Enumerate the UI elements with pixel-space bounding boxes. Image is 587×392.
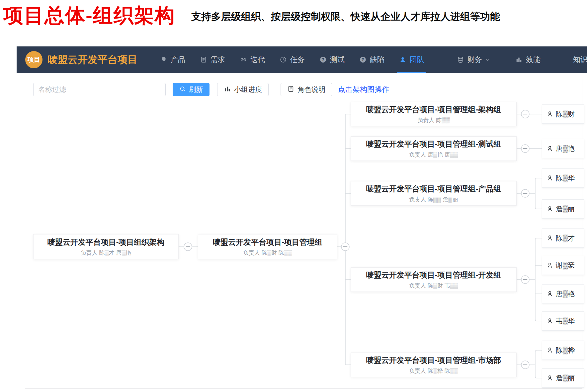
org-node-title: 唛盟云开发平台项目-项目管理组-产品组: [366, 184, 501, 194]
collapse-toggle[interactable]: [341, 243, 349, 251]
nav-item-label: 迭代: [250, 55, 265, 65]
member-card[interactable]: 詹▒丽: [542, 368, 584, 388]
top-navbar: 项目 唛盟云开发平台项目 产品需求迭代任务?测试?缺陷团队财务效能知识: [17, 46, 587, 73]
person-icon: [546, 291, 553, 297]
nav-item-label: 缺陷: [370, 55, 384, 65]
nav-item-label: 测试: [330, 55, 345, 65]
person-icon: [546, 145, 553, 152]
org-node-leader: 负责人 陈▒财 陈▒▒: [243, 249, 292, 257]
svg-text:?: ?: [322, 57, 324, 62]
org-node-group[interactable]: 唛盟云开发平台项目-项目管理组-开发组负责人 陈▒财 韦▒▒: [351, 267, 517, 292]
org-node-leader: 负责人 陈▒▒ 詹▒丽: [409, 196, 458, 203]
group-progress-button[interactable]: 小组进度: [217, 83, 269, 96]
member-name: 陈▒财: [556, 109, 575, 119]
member-card[interactable]: 唐▒艳: [542, 284, 584, 303]
nav-menu: 产品需求迭代任务?测试?缺陷团队财务效能知识: [153, 46, 587, 73]
name-filter-input[interactable]: [33, 83, 166, 96]
page: 项目总体-组织架构 支持多层级组织、按层级控制权限、快速从企业人才库拉人进组等功…: [0, 0, 587, 392]
org-node-title: 唛盟云开发平台项目-项目管理组-架构组: [366, 104, 501, 115]
refresh-button[interactable]: 刷新: [173, 83, 210, 96]
person-icon: [546, 111, 553, 117]
member-card[interactable]: 韦▒华: [542, 311, 584, 331]
document-icon: [287, 85, 294, 94]
page-subtitle: 支持多层级组织、按层级控制权限、快速从企业人才库拉人进组等功能: [191, 10, 500, 29]
member-card[interactable]: 詹▒丽: [542, 199, 584, 219]
question-circle-icon: ?: [319, 56, 327, 63]
org-node-title: 唛盟云开发平台项目-项目管理组-市场部: [366, 355, 501, 365]
question-circle-icon: ?: [359, 56, 367, 63]
role-description-button-label: 角色说明: [297, 85, 325, 94]
member-name: 陈▒才: [556, 233, 575, 243]
member-card[interactable]: 陈▒才: [542, 229, 584, 248]
org-node-group[interactable]: 唛盟云开发平台项目-项目管理组-产品组负责人 陈▒▒ 詹▒丽: [351, 181, 517, 206]
person-icon: [546, 235, 553, 241]
org-node-leader: 负责人 陈▒桦 陈▒▒: [409, 367, 458, 375]
member-name: 陈▒桦: [556, 346, 575, 355]
role-description-button[interactable]: 角色说明: [281, 83, 332, 96]
toolbar: 刷新 小组进度 角色说明 点击架构图操作: [33, 83, 389, 96]
collapse-toggle[interactable]: [184, 243, 192, 251]
person-icon: [546, 318, 553, 324]
collapse-toggle[interactable]: [521, 110, 529, 118]
nav-item-defects[interactable]: ?缺陷: [352, 46, 392, 73]
org-node-leader: 负责人 陈▒▒: [418, 116, 450, 124]
clock-icon: [280, 56, 287, 63]
nav-item-iteration[interactable]: 迭代: [232, 46, 272, 73]
nav-item-team[interactable]: 团队: [392, 46, 432, 73]
person-icon: [399, 56, 406, 63]
svg-text:?: ?: [362, 57, 364, 62]
org-node-title: 唛盟云开发平台项目-项目管理组: [213, 237, 322, 247]
org-node-leader: 负责人 陈▒财 韦▒▒: [409, 282, 458, 290]
org-node-group[interactable]: 唛盟云开发平台项目-项目管理组-测试组负责人 唐▒艳 唐▒▒: [351, 136, 517, 161]
collapse-toggle[interactable]: [521, 145, 529, 153]
nav-item-label: 财务: [467, 55, 482, 65]
org-node-group[interactable]: 唛盟云开发平台项目-项目管理组-架构组负责人 陈▒▒: [351, 102, 517, 126]
nav-item-requirements[interactable]: 需求: [193, 46, 232, 73]
org-node-title: 唛盟云开发平台项目-项目管理组-开发组: [366, 270, 501, 280]
member-card[interactable]: 陈▒桦: [542, 341, 584, 360]
page-header: 项目总体-组织架构 支持多层级组织、按层级控制权限、快速从企业人才库拉人进组等功…: [3, 2, 500, 29]
nav-item-finance[interactable]: 财务: [450, 46, 498, 73]
document-icon: [200, 56, 207, 63]
nav-item-performance[interactable]: 效能: [508, 46, 548, 73]
member-card[interactable]: 唐▒艳: [542, 139, 584, 158]
org-node-manager[interactable]: 唛盟云开发平台项目-项目管理组负责人 陈▒财 陈▒▒: [198, 234, 337, 259]
member-name: 陈▒华: [556, 173, 575, 183]
bar-chart-icon: [515, 56, 523, 63]
member-name: 谢▒豪: [556, 261, 575, 270]
link-loop-icon: [240, 56, 247, 63]
nav-item-label: 任务: [290, 55, 305, 65]
collapse-toggle[interactable]: [521, 276, 529, 284]
person-icon: [546, 262, 553, 269]
org-node-leader: 负责人 陈▒才 唐▒艳: [81, 249, 131, 257]
person-icon: [546, 347, 553, 354]
nav-item-tasks[interactable]: 任务: [272, 46, 312, 73]
nav-item-label: 知识: [573, 55, 587, 65]
person-icon: [546, 206, 553, 212]
member-card[interactable]: 陈▒华: [542, 168, 584, 188]
bulb-icon: [160, 56, 167, 63]
org-node-title: 唛盟云开发平台项目-项目组织架构: [47, 237, 165, 247]
page-title: 项目总体-组织架构: [3, 2, 175, 29]
collapse-toggle[interactable]: [521, 189, 529, 197]
member-name: 韦▒华: [556, 316, 575, 326]
nav-item-label: 产品: [171, 55, 185, 65]
member-card[interactable]: 陈▒财: [542, 104, 584, 124]
magnifier-icon: [179, 86, 186, 94]
chevron-down-icon: [485, 57, 491, 63]
bar-chart-icon: [224, 85, 231, 94]
org-node-root[interactable]: 唛盟云开发平台项目-项目组织架构负责人 陈▒才 唐▒艳: [33, 234, 179, 259]
collapse-toggle[interactable]: [521, 361, 529, 369]
nav-item-knowledge[interactable]: 知识: [566, 46, 587, 73]
chart-operation-hint-link[interactable]: 点击架构图操作: [338, 85, 389, 95]
nav-item-product[interactable]: 产品: [153, 46, 193, 73]
person-icon: [546, 375, 553, 381]
nav-item-label: 需求: [210, 55, 225, 65]
person-icon: [546, 175, 553, 181]
member-card[interactable]: 谢▒豪: [542, 256, 584, 275]
refresh-button-label: 刷新: [189, 85, 203, 94]
org-node-group[interactable]: 唛盟云开发平台项目-项目管理组-市场部负责人 陈▒桦 陈▒▒: [351, 353, 517, 377]
nav-item-test[interactable]: ?测试: [312, 46, 352, 73]
member-name: 唐▒艳: [556, 289, 575, 298]
navbar-brand: 项目 唛盟云开发平台项目: [25, 46, 153, 73]
